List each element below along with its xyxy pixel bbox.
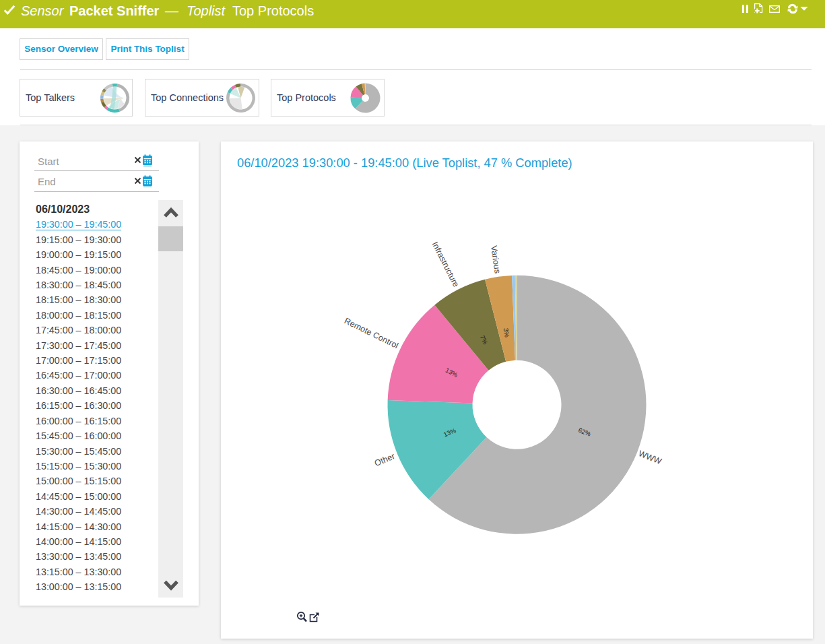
svg-text:WWW: WWW [637, 449, 663, 466]
svg-text:Other: Other [373, 451, 396, 468]
svg-text:Various: Various [489, 245, 502, 274]
svg-text:Remote Control: Remote Control [343, 316, 400, 350]
svg-text:Infrastructure: Infrastructure [430, 240, 461, 288]
svg-text:3%: 3% [502, 327, 511, 338]
